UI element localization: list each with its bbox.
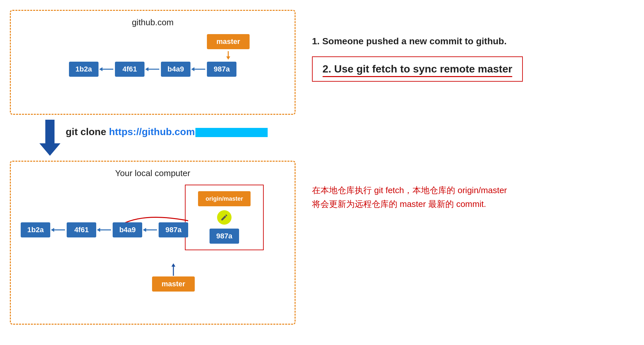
local-commit-4f61: 4f61 [67, 222, 96, 237]
chinese-note-line2: 将会更新为远程仓库的 master 最新的 commit. [312, 197, 507, 211]
github-title: github.com [21, 17, 285, 28]
local-commit-1b2a: 1b2a [21, 222, 50, 237]
arrow-left-1 [99, 64, 115, 74]
step2-underline [322, 76, 512, 77]
step2-text: 2. Use git fetch to sync remote master [322, 63, 512, 75]
local-commit-b4a9: b4a9 [113, 222, 142, 237]
git-clone-line: git clone https://github.com [66, 126, 268, 137]
step2-box: 2. Use git fetch to sync remote master [312, 56, 523, 82]
step1-text: 1. Someone pushed a new commit to github… [312, 36, 627, 47]
git-clone-text: git clone [66, 126, 109, 137]
local-commit-987a: 987a [159, 222, 188, 237]
github-commit-1b2a: 1b2a [69, 62, 99, 77]
github-box: github.com master 1b2a [10, 10, 296, 115]
github-commit-b4a9: b4a9 [161, 62, 190, 77]
svg-marker-7 [191, 67, 194, 71]
svg-marker-5 [145, 67, 148, 71]
local-arrow-2 [96, 225, 113, 235]
local-arrow-3 [142, 225, 159, 235]
chinese-note-line1: 在本地仓库执行 git fetch，本地仓库的 origin/master [312, 184, 507, 197]
github-master-label: master [207, 34, 250, 49]
local-arrow-1 [50, 225, 67, 235]
local-box: Your local computer origin/master 987a 1… [10, 161, 296, 325]
svg-marker-1 [226, 56, 230, 60]
github-commit-row: 1b2a 4f61 b4a9 987a [21, 62, 285, 77]
svg-marker-3 [99, 67, 102, 71]
chinese-note: 在本地仓库执行 git fetch，本地仓库的 origin/master 将会… [312, 184, 507, 211]
svg-marker-12 [51, 228, 54, 232]
git-clone-url: https://github.com [109, 126, 195, 137]
url-highlight-bar [195, 128, 268, 137]
svg-marker-10 [39, 143, 60, 156]
arrow-left-2 [144, 64, 161, 74]
origin-red-box: origin/master 987a [185, 185, 264, 250]
master-to-987a-arrow [224, 51, 232, 60]
github-commit-987a: 987a [207, 62, 236, 77]
svg-marker-18 [171, 263, 175, 267]
master-up-arrow [169, 263, 177, 276]
svg-rect-9 [45, 120, 55, 144]
local-title: Your local computer [21, 168, 285, 178]
origin-master-label: origin/master [198, 191, 251, 206]
svg-marker-16 [143, 228, 146, 232]
local-commit-row: 1b2a 4f61 b4a9 987a [21, 222, 188, 237]
local-master-label: master [152, 276, 195, 292]
local-commit-987a-inner: 987a [210, 229, 239, 244]
right-panel: 1. Someone pushed a new commit to github… [312, 36, 627, 82]
local-master-area: master [152, 263, 195, 292]
clone-down-arrow [39, 120, 59, 156]
pencil-circle [217, 210, 232, 225]
github-commit-4f61: 4f61 [115, 62, 144, 77]
arrow-left-3 [190, 64, 207, 74]
svg-marker-14 [97, 228, 100, 232]
pencil-icon [220, 213, 228, 221]
